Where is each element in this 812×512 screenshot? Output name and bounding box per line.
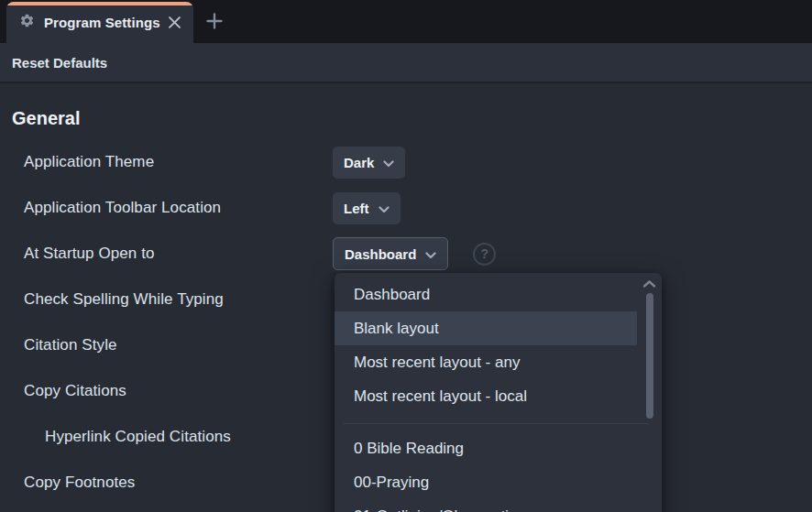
- section-title-general: General: [12, 107, 812, 129]
- startup-open-to-select[interactable]: Dashboard: [333, 237, 448, 270]
- menu-item-01-outlining[interactable]: 01-Outlining/Observation: [335, 499, 637, 512]
- program-settings-window: Program Settings Reset Defaults General …: [0, 0, 812, 512]
- row-application-theme: Application Theme Dark: [0, 139, 812, 185]
- chevron-up-icon[interactable]: [641, 277, 657, 291]
- setting-label: Citation Style: [24, 336, 333, 354]
- menu-item-blank-layout[interactable]: Blank layout: [335, 311, 637, 345]
- row-application-toolbar-location: Application Toolbar Location Left: [0, 185, 812, 231]
- setting-label: Application Toolbar Location: [24, 199, 333, 217]
- close-icon[interactable]: [165, 14, 183, 32]
- select-value: Dark: [344, 155, 374, 170]
- setting-label: At Startup Open to: [24, 245, 333, 263]
- setting-label: Hyperlink Copied Citations: [24, 428, 333, 446]
- chevron-down-icon: [383, 155, 394, 170]
- tab-title: Program Settings: [44, 15, 160, 30]
- settings-toolbar: Reset Defaults: [0, 43, 812, 83]
- chevron-down-icon: [425, 246, 436, 262]
- new-tab-button[interactable]: [193, 2, 236, 43]
- menu-item-dashboard[interactable]: Dashboard: [335, 278, 637, 311]
- menu-item-most-recent-local[interactable]: Most recent layout - local: [335, 379, 637, 413]
- question-icon[interactable]: ?: [473, 243, 496, 266]
- select-value: Dashboard: [345, 246, 416, 262]
- tab-bar: Program Settings: [0, 0, 812, 43]
- setting-label: Check Spelling While Typing: [24, 290, 333, 309]
- active-tab-accent: [6, 2, 193, 5]
- setting-label: Application Theme: [24, 153, 333, 171]
- gear-icon: [19, 13, 35, 32]
- tab-program-settings[interactable]: Program Settings: [6, 2, 193, 43]
- chevron-down-icon: [379, 201, 390, 216]
- reset-defaults-button[interactable]: Reset Defaults: [12, 55, 107, 71]
- menu-item-most-recent-any[interactable]: Most recent layout - any: [335, 345, 637, 379]
- plus-icon: [205, 12, 224, 34]
- row-startup-open-to: At Startup Open to Dashboard ?: [0, 231, 812, 277]
- setting-label: Copy Citations: [24, 382, 333, 400]
- menu-divider: [344, 423, 649, 424]
- startup-open-to-menu: Dashboard Blank layout Most recent layou…: [335, 273, 662, 512]
- toolbar-location-select[interactable]: Left: [333, 192, 401, 224]
- setting-label: Copy Footnotes: [24, 474, 333, 492]
- menu-scrollbar-thumb[interactable]: [646, 293, 653, 419]
- select-value: Left: [344, 201, 369, 216]
- menu-item-00-praying[interactable]: 00-Praying: [335, 465, 637, 499]
- menu-item-0-bible-reading[interactable]: 0 Bible Reading: [335, 431, 637, 465]
- application-theme-select[interactable]: Dark: [333, 147, 405, 179]
